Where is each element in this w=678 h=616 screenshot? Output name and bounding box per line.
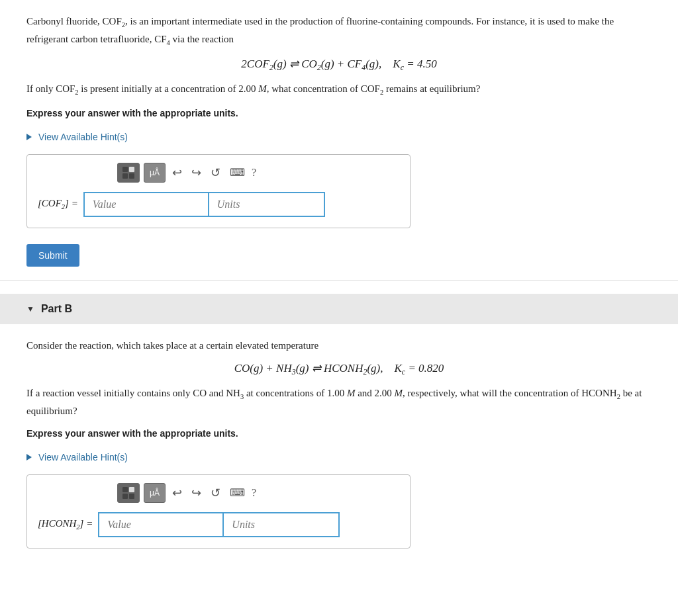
part-a-input-row: [COF2] =	[38, 192, 399, 217]
part-a-label: [COF2] =	[38, 198, 78, 210]
part-a-value-input[interactable]	[83, 192, 209, 217]
part-a-units-input[interactable]	[209, 192, 325, 217]
help-b-icon: ?	[252, 487, 256, 499]
undo-button-b[interactable]: ↩	[170, 484, 185, 502]
keyboard-button[interactable]: ⌨	[227, 164, 248, 181]
part-b-express: Express your answer with the appropriate…	[26, 425, 652, 441]
part-b-label: [HCONH2] =	[38, 518, 93, 531]
refresh-button[interactable]: ↺	[208, 164, 223, 181]
part-b-input-row: [HCONH2] =	[38, 512, 399, 537]
mu-angstrom-button[interactable]: μÅ	[144, 163, 166, 183]
chevron-down-icon: ▼	[26, 304, 34, 314]
formula-template-button-b[interactable]	[117, 483, 140, 503]
part-a-express: Express your answer with the appropriate…	[26, 105, 652, 121]
hint-triangle-icon	[26, 134, 32, 140]
part-b-header: ▼ Part B	[0, 294, 678, 324]
part-a-hint[interactable]: View Available Hint(s)	[26, 132, 128, 142]
help-icon: ?	[252, 167, 256, 179]
submit-button[interactable]: Submit	[26, 244, 79, 267]
keyboard-button-b[interactable]: ⌨	[227, 484, 248, 501]
divider	[0, 280, 678, 281]
part-a-question: If only COF2 is present initially at a c…	[26, 81, 652, 99]
part-b-hint[interactable]: View Available Hint(s)	[26, 452, 128, 462]
equation-1: 2COF2(g) ⇌ CO2(g) + CF4(g), Kc = 4.50	[26, 57, 652, 73]
part-b-intro: Consider the reaction, which takes place…	[26, 337, 652, 353]
part-a-toolbar: μÅ ↩ ↪ ↺ ⌨ ?	[38, 163, 399, 183]
part-b-units-input[interactable]	[224, 512, 340, 537]
part-b-value-input[interactable]	[98, 512, 224, 537]
equation-2: CO(g) + NH3(g) ⇌ HCONH2(g), Kc = 0.820	[26, 361, 652, 377]
page: Carbonyl fluoride, COF2, is an important…	[0, 0, 678, 616]
intro-text: Carbonyl fluoride, COF2, is an important…	[26, 16, 614, 44]
redo-button-b[interactable]: ↪	[189, 484, 204, 502]
part-a-answer-box: μÅ ↩ ↪ ↺ ⌨ ? [COF2] =	[26, 154, 411, 228]
undo-button[interactable]: ↩	[170, 164, 185, 181]
refresh-button-b[interactable]: ↺	[208, 484, 223, 502]
part-b-question: If a reaction vessel initially contains …	[26, 385, 652, 419]
part-b-answer-box: μÅ ↩ ↪ ↺ ⌨ ? [HCONH2] =	[26, 474, 411, 549]
redo-button[interactable]: ↪	[189, 164, 204, 181]
mu-angstrom-button-b[interactable]: μÅ	[144, 483, 166, 503]
hint-triangle-b-icon	[26, 454, 32, 461]
part-a-intro: Carbonyl fluoride, COF2, is an important…	[26, 13, 652, 49]
formula-template-button[interactable]	[117, 163, 140, 183]
part-b-toolbar: μÅ ↩ ↪ ↺ ⌨ ?	[38, 483, 399, 503]
